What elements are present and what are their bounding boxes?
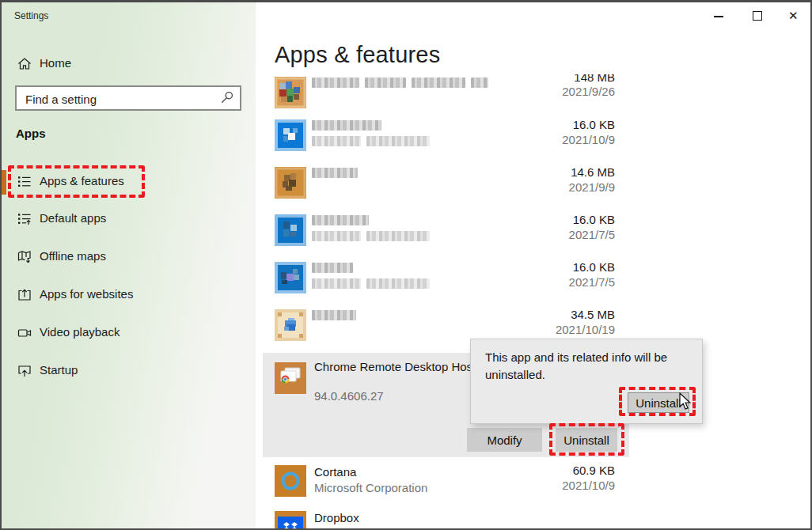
sidebar-section-apps: Apps [16,127,46,140]
app-version: 94.0.4606.27 [314,389,384,403]
mosaic-orange-tile-icon [275,77,306,108]
page-title: Apps & features [275,42,440,68]
arrow-cursor-icon [678,392,692,415]
blue-tile-icon-2 [275,214,306,246]
close-button[interactable]: ✕ [784,7,803,25]
tan-blue-tile-icon [275,309,306,341]
sidebar: Settings Home Apps [2,2,256,528]
app-date: 2021/10/9 [562,132,615,147]
video-playback-icon [17,326,32,340]
maximize-button[interactable] [747,7,766,25]
sidebar-item-default-apps[interactable]: Default apps [2,202,256,237]
redacted-app-name [312,215,369,225]
offline-maps-icon [17,250,32,264]
app-size: 16.0 KB [562,117,615,132]
app-row-dropbox[interactable]: Dropbox [263,506,629,530]
sidebar-item-video-playback[interactable]: Video playback [2,316,256,350]
redacted-app-name [312,310,356,320]
settings-window: Settings Home Apps [0,0,812,530]
redacted-app-name [312,120,381,131]
redacted-app-publisher [312,231,430,241]
redacted-app-publisher [312,136,430,146]
sidebar-item-home[interactable]: Home [2,47,256,81]
app-date: 2021/10/9 [562,478,615,493]
close-icon: ✕ [788,9,799,23]
dropbox-icon [275,511,306,530]
annotation-apps-features [8,165,145,198]
sidebar-item-label: Video playback [40,325,120,339]
default-apps-icon [17,212,32,226]
modify-button[interactable]: Modify [467,428,542,452]
sidebar-item-label: Apps for websites [40,287,133,301]
app-size: 16.0 KB [569,212,615,227]
cortana-icon [275,465,306,497]
search-icon [220,91,233,108]
search-box [15,85,241,111]
app-name: Dropbox [314,511,359,524]
sidebar-item-offline-maps[interactable]: Offline maps [2,240,256,274]
apps-for-websites-icon [17,288,32,302]
main-content: Apps & features 148 MB 2021/9/26 [256,2,812,528]
redacted-app-name [312,78,488,88]
redacted-app-name [312,263,353,273]
app-row[interactable]: 16.0 KB 2021/7/5 [263,210,629,257]
app-date: 2021/9/26 [562,84,615,99]
chrome-remote-desktop-icon [275,362,306,394]
redacted-app-publisher [312,278,430,289]
home-icon [17,57,32,71]
app-name: Chrome Remote Desktop Host [314,360,476,373]
app-name: Cortana [314,465,356,479]
app-row-cortana[interactable]: Cortana Microsoft Corporation 60.9 KB 20… [263,460,629,508]
sidebar-item-label: Startup [40,363,78,377]
app-date: 2021/7/5 [569,274,615,290]
mosaic-orange-tile-icon-2 [275,167,306,199]
app-row[interactable]: 16.0 KB 2021/7/5 [263,257,629,305]
startup-icon [17,364,32,378]
app-date: 2021/7/5 [569,227,615,242]
window-title: Settings [14,10,48,21]
app-size: 16.0 KB [569,259,615,274]
app-publisher: Microsoft Corporation [314,481,427,494]
maximize-icon [753,11,762,21]
search-input[interactable] [24,89,217,109]
redacted-app-name [312,168,358,178]
app-size: 60.9 KB [562,463,615,478]
popup-message: This app and its related info will be un… [485,349,689,384]
app-size: 14.6 MB [569,165,615,180]
annotation-row-uninstall [549,423,624,456]
sidebar-item-apps-for-websites[interactable]: Apps for websites [2,278,256,312]
app-row[interactable]: 16.0 KB 2021/10/9 [263,115,629,162]
app-size: 34.5 MB [556,307,615,322]
sidebar-item-label: Home [40,56,71,70]
app-date: 2021/9/9 [569,180,615,195]
blue-tile-icon-3 [275,262,306,293]
app-size: 148 MB [562,74,615,84]
minimize-icon [714,16,723,17]
minimize-button[interactable] [709,7,728,25]
blue-tile-icon [275,119,306,151]
app-row[interactable]: 148 MB 2021/9/26 [263,72,629,119]
sidebar-item-label: Default apps [40,211,106,225]
sidebar-item-label: Offline maps [40,249,106,263]
app-row[interactable]: 14.6 MB 2021/9/9 [263,162,629,210]
app-date: 2021/10/19 [556,322,615,337]
sidebar-item-startup[interactable]: Startup [2,354,256,388]
